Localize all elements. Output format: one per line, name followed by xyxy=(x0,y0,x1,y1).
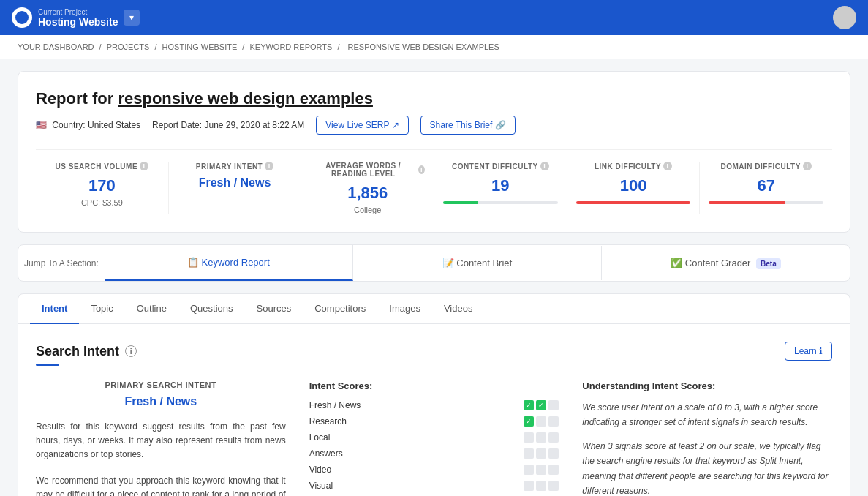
stat-primary-intent-value: Fresh / News xyxy=(178,176,293,189)
score-label-visual: Visual xyxy=(309,481,382,491)
main-content: Report for responsive web design example… xyxy=(0,59,868,496)
dot-3 xyxy=(548,432,559,443)
intent-grid: PRIMARY SEARCH INTENT Fresh / News Resul… xyxy=(36,380,832,496)
stat-content-difficulty-value: 19 xyxy=(443,176,558,195)
tab-videos[interactable]: Videos xyxy=(432,294,485,324)
breadcrumb-sep-1: / xyxy=(99,42,104,51)
breadcrumb-hosting[interactable]: HOSTING WEBSITE xyxy=(162,42,238,51)
breadcrumb-keyword-reports[interactable]: KEYWORD REPORTS xyxy=(249,42,332,51)
beta-badge: Beta xyxy=(756,258,781,269)
section-header: Search Intent i Learn ℹ xyxy=(36,342,832,361)
tab-images[interactable]: Images xyxy=(377,294,432,324)
dot-2 xyxy=(536,481,546,491)
dot-3 xyxy=(548,465,559,475)
tab-keyword-report[interactable]: 📋 Keyword Report xyxy=(105,245,353,281)
section-underline xyxy=(36,364,59,366)
score-row-visual: Visual xyxy=(309,481,559,491)
country-value: United States xyxy=(88,120,140,130)
stat-content-difficulty-label: CONTENT DIFFICULTY i xyxy=(443,162,558,170)
score-row-video: Video xyxy=(309,465,559,475)
stat-us-search-volume-label: US SEARCH VOLUME i xyxy=(45,162,159,170)
tab-outline[interactable]: Outline xyxy=(125,294,178,324)
link-difficulty-info-icon[interactable]: i xyxy=(663,162,672,170)
breadcrumb: YOUR DASHBOARD / PROJECTS / HOSTING WEBS… xyxy=(0,35,868,59)
inner-tabs-container: Intent Topic Outline Questions Sources C… xyxy=(18,293,850,496)
stat-primary-intent: PRIMARY INTENT i Fresh / News xyxy=(169,162,302,214)
dot-2 xyxy=(536,416,546,427)
dot-2 xyxy=(536,448,546,459)
avatar[interactable] xyxy=(833,6,856,29)
intent-description-1: Results for this keyword suggest results… xyxy=(36,420,286,462)
breadcrumb-dashboard[interactable]: YOUR DASHBOARD xyxy=(18,42,94,51)
breadcrumb-projects[interactable]: PROJECTS xyxy=(107,42,150,51)
dot-1: ✓ xyxy=(524,400,534,410)
stat-us-search-volume-value: 170 xyxy=(45,176,159,195)
score-row-fresh-news: Fresh / News ✓ ✓ xyxy=(309,400,559,410)
top-navigation: Current Project Hosting Website ▾ xyxy=(0,0,868,35)
breadcrumb-sep-4: / xyxy=(337,42,341,51)
breadcrumb-current: RESPONSIVE WEB DESIGN EXAMPLES xyxy=(348,42,499,51)
section-tabs: Jump To A Section: 📋 Keyword Report 📝 Co… xyxy=(18,244,850,282)
dot-1 xyxy=(524,481,534,491)
dot-3 xyxy=(548,400,559,410)
tab-competitors[interactable]: Competitors xyxy=(303,294,377,324)
score-row-research: Research ✓ xyxy=(309,416,559,427)
report-date: Report Date: June 29, 2020 at 8:22 AM xyxy=(152,120,304,130)
dot-3 xyxy=(548,481,559,491)
current-project-label: Current Project xyxy=(38,8,118,16)
score-row-answers: Answers xyxy=(309,448,559,459)
score-label-answers: Answers xyxy=(309,448,382,459)
view-live-serp-button[interactable]: View Live SERP ↗ xyxy=(316,116,408,135)
score-label-local: Local xyxy=(309,432,382,443)
us-search-volume-info-icon[interactable]: i xyxy=(140,162,148,170)
score-dots-visual xyxy=(524,481,559,491)
dot-3 xyxy=(548,416,559,427)
content-difficulty-info-icon[interactable]: i xyxy=(540,162,549,170)
share-brief-button[interactable]: Share This Brief 🔗 xyxy=(420,116,516,135)
score-dots-video xyxy=(524,465,559,475)
stats-row: US SEARCH VOLUME i 170 CPC: $3.59 PRIMAR… xyxy=(36,149,832,214)
tab-sources[interactable]: Sources xyxy=(245,294,303,324)
content-difficulty-progress xyxy=(443,201,558,204)
primary-intent-info-icon[interactable]: i xyxy=(265,162,273,170)
tab-intent[interactable]: Intent xyxy=(30,294,79,324)
tab-questions[interactable]: Questions xyxy=(178,294,245,324)
tab-topic[interactable]: Topic xyxy=(79,294,124,324)
score-dots-local xyxy=(524,432,559,443)
score-dots-fresh-news: ✓ ✓ xyxy=(524,400,559,410)
report-meta: 🇺🇸 Country: United States Report Date: J… xyxy=(36,116,832,135)
intent-scores-title: Intent Scores: xyxy=(309,380,559,391)
link-difficulty-progress xyxy=(576,201,691,204)
tab-content-grader[interactable]: ✅ Content Grader Beta xyxy=(602,246,850,280)
report-country: 🇺🇸 Country: United States xyxy=(36,120,140,130)
country-label: Country: xyxy=(52,120,85,130)
dot-2 xyxy=(536,465,546,475)
app-logo xyxy=(12,7,32,28)
dot-1: ✓ xyxy=(524,416,534,427)
project-info: Current Project Hosting Website xyxy=(38,8,118,28)
dot-2 xyxy=(536,432,546,443)
domain-difficulty-info-icon[interactable]: i xyxy=(803,162,812,170)
score-dots-research: ✓ xyxy=(524,416,559,427)
stat-domain-difficulty-value: 67 xyxy=(709,176,823,195)
project-dropdown-button[interactable]: ▾ xyxy=(124,10,140,26)
dot-1 xyxy=(524,465,534,475)
report-date-value: June 29, 2020 at 8:22 AM xyxy=(204,120,304,130)
avg-words-info-icon[interactable]: i xyxy=(418,165,425,174)
project-name: Hosting Website xyxy=(38,16,118,28)
primary-intent-section: PRIMARY SEARCH INTENT Fresh / News Resul… xyxy=(36,380,286,496)
dot-1 xyxy=(524,448,534,459)
tab-content-brief[interactable]: 📝 Content Brief xyxy=(353,246,602,280)
inner-tabs: Intent Topic Outline Questions Sources C… xyxy=(18,293,850,323)
primary-intent-label: PRIMARY SEARCH INTENT xyxy=(36,380,286,389)
content-area: Search Intent i Learn ℹ PRIMARY SEARCH I… xyxy=(18,323,850,496)
learn-button[interactable]: Learn ℹ xyxy=(785,342,832,361)
score-row-local: Local xyxy=(309,432,559,443)
stat-avg-words: AVERAGE WORDS / READING LEVEL i 1,856 Co… xyxy=(301,162,434,214)
score-label-video: Video xyxy=(309,465,382,475)
search-intent-info-icon[interactable]: i xyxy=(125,345,137,357)
understanding-title: Understanding Intent Scores: xyxy=(582,380,832,391)
dot-2: ✓ xyxy=(536,400,546,410)
score-label-fresh-news: Fresh / News xyxy=(309,400,382,410)
flag-icon: 🇺🇸 xyxy=(36,120,47,130)
